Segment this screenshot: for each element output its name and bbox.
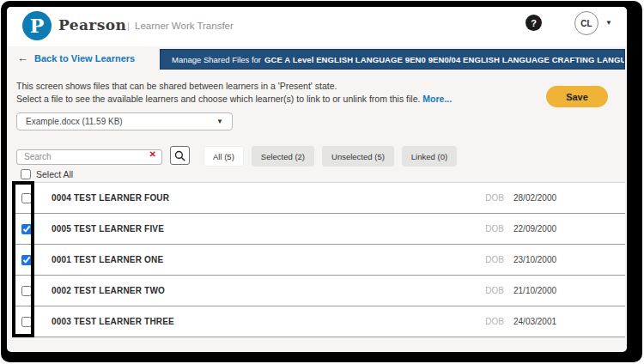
search-button[interactable] bbox=[170, 146, 190, 165]
screenshot-frame: P Pearson |Learner Work Transfer ? CL ▼ … bbox=[1, 1, 642, 362]
dob-label: DOB bbox=[485, 224, 504, 234]
manage-shared-files-banner: Manage Shared Files for GCE A Level ENGL… bbox=[160, 49, 625, 70]
dob-value: 21/10/2000 bbox=[513, 286, 562, 295]
filter-linked[interactable]: Linked (0) bbox=[402, 146, 457, 167]
intro-line-1: This screen shows files that can be shar… bbox=[16, 81, 337, 91]
learner-name: 0005 TEST LEARNER FIVE bbox=[52, 224, 164, 234]
help-icon[interactable]: ? bbox=[526, 15, 542, 31]
pearson-logo-icon: P bbox=[22, 11, 52, 40]
row-checkbox[interactable] bbox=[21, 193, 32, 203]
logo-letter: P bbox=[30, 16, 45, 35]
learner-name: 0001 TEST LEARNER ONE bbox=[52, 255, 163, 264]
dob-value: 24/03/2001 bbox=[513, 317, 562, 326]
page: P Pearson |Learner Work Transfer ? CL ▼ … bbox=[7, 7, 627, 352]
learner-name: 0002 TEST LEARNER TWO bbox=[52, 286, 165, 295]
table-row[interactable]: 0001 TEST LEARNER ONE DOB 23/10/2000 bbox=[12, 245, 625, 276]
filter-selected[interactable]: Selected (2) bbox=[252, 146, 314, 167]
brand-wordmark: Pearson bbox=[58, 16, 126, 33]
search-field-wrap: ✕ bbox=[16, 148, 162, 163]
app-title-text: Learner Work Transfer bbox=[135, 21, 234, 31]
title-separator: | bbox=[127, 21, 130, 31]
dob-label: DOB bbox=[485, 317, 504, 326]
dropdown-caret-icon: ▼ bbox=[216, 118, 223, 125]
learner-name: 0004 TEST LEARNER FOUR bbox=[52, 193, 169, 203]
banner-prefix: Manage Shared Files for bbox=[172, 55, 261, 64]
app-title: |Learner Work Transfer bbox=[127, 21, 234, 31]
file-select-dropdown[interactable]: Example.docx (11.59 KB) ▼ bbox=[16, 112, 233, 130]
table-row[interactable]: 0003 TEST LEARNER THREE DOB 24/03/2001 bbox=[12, 306, 625, 337]
filter-unselected[interactable]: Unselected (5) bbox=[322, 146, 394, 167]
row-checkbox[interactable] bbox=[21, 317, 32, 327]
select-all-row: Select All bbox=[21, 169, 73, 179]
search-icon bbox=[174, 150, 185, 161]
row-checkbox[interactable] bbox=[21, 286, 32, 296]
filter-all[interactable]: All (5) bbox=[204, 146, 244, 167]
selected-file-label: Example.docx (11.59 KB) bbox=[26, 117, 216, 126]
help-glyph: ? bbox=[531, 18, 537, 28]
row-checkbox[interactable] bbox=[21, 255, 32, 265]
select-all-checkbox[interactable] bbox=[21, 169, 31, 179]
save-button[interactable]: Save bbox=[546, 86, 608, 107]
learner-name: 0003 TEST LEARNER THREE bbox=[52, 317, 174, 326]
avatar-initials: CL bbox=[580, 19, 592, 28]
banner-subject: GCE A Level ENGLISH LANGUAGE 9EN0 9EN0/0… bbox=[264, 55, 625, 64]
filter-chips: All (5) Selected (2) Unselected (5) Link… bbox=[204, 146, 457, 167]
intro-line-2-text: Select a file to see the available learn… bbox=[16, 94, 420, 104]
dob-label: DOB bbox=[485, 193, 504, 203]
dob-value: 28/02/2000 bbox=[513, 193, 562, 203]
learner-table: 0004 TEST LEARNER FOUR DOB 28/02/2000 00… bbox=[12, 182, 625, 337]
intro-line-2: Select a file to see the available learn… bbox=[16, 94, 452, 104]
table-row[interactable]: 0005 TEST LEARNER FIVE DOB 22/09/2000 bbox=[12, 214, 625, 245]
back-link-label: Back to View Learners bbox=[34, 53, 135, 64]
dob-label: DOB bbox=[485, 286, 504, 295]
more-link[interactable]: More... bbox=[422, 94, 452, 104]
dob-value: 22/09/2000 bbox=[513, 224, 562, 234]
app-header: P Pearson |Learner Work Transfer ? CL ▼ bbox=[7, 7, 627, 46]
clear-search-icon[interactable]: ✕ bbox=[149, 150, 156, 159]
dob-value: 23/10/2000 bbox=[513, 255, 562, 264]
chevron-down-icon[interactable]: ▼ bbox=[605, 19, 612, 27]
back-arrow-icon: ← bbox=[17, 52, 28, 64]
row-checkbox[interactable] bbox=[21, 224, 32, 234]
select-all-label: Select All bbox=[36, 169, 73, 179]
table-row[interactable]: 0004 TEST LEARNER FOUR DOB 28/02/2000 bbox=[12, 183, 625, 214]
back-to-view-learners-link[interactable]: ← Back to View Learners bbox=[17, 52, 135, 64]
table-row[interactable]: 0002 TEST LEARNER TWO DOB 21/10/2000 bbox=[12, 276, 625, 306]
avatar[interactable]: CL bbox=[574, 11, 598, 35]
dob-label: DOB bbox=[485, 255, 504, 264]
search-input[interactable] bbox=[16, 149, 162, 165]
